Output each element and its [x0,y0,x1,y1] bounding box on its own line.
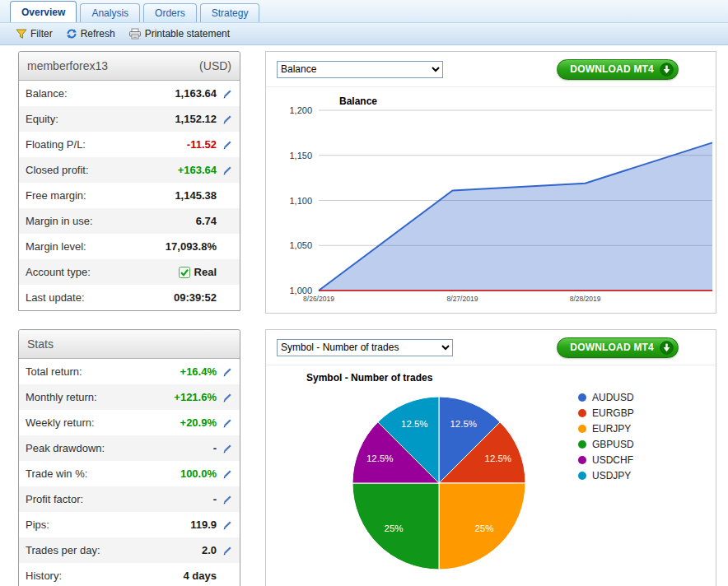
tab-overview[interactable]: Overview [10,1,77,22]
legend-label: USDCHF [592,454,633,466]
row-value: +121.6% [174,391,217,403]
mini-chart-icon[interactable] [217,366,233,378]
legend-bullet [578,456,586,464]
download-mt4-button[interactable]: DOWNLOAD MT4 [557,337,679,358]
row-value: 6.74 [196,215,217,227]
table-row: Peak drawdown: - [19,435,240,461]
balance-chart-select[interactable]: Balance [277,61,443,78]
mini-chart-icon[interactable] [217,545,233,556]
svg-text:1,200: 1,200 [289,105,312,115]
printer-icon [128,28,142,40]
row-value: +16.4% [180,365,217,378]
table-row: Free margin: 1,145.38 [19,183,240,208]
account-name: memberforex13 [27,59,108,72]
svg-text:25%: 25% [385,523,404,533]
download-mt4-button[interactable]: DOWNLOAD MT4 [557,59,679,80]
legend-label: USDJPY [592,470,631,481]
legend-bullet [578,393,586,402]
download-arrow-icon [660,341,674,355]
mini-chart-icon[interactable] [217,468,233,480]
row-value: Real [179,266,217,278]
table-row: Margin in use: 6.74 [19,208,240,234]
mini-chart-icon[interactable] [217,114,233,125]
row-label: Floating P/L: [26,138,187,151]
svg-text:8/26/2019: 8/26/2019 [303,295,334,303]
table-row: Total return: +16.4% [19,359,240,384]
row-value: 1,163.64 [175,87,217,100]
row-label: Margin level: [26,240,166,253]
symbol-pie-panel: Symbol - Number of trades DOWNLOAD MT4 S… [265,329,716,586]
tab-analysis[interactable]: Analysis [80,3,140,22]
row-label: Weekly return: [26,416,180,429]
refresh-button[interactable]: Refresh [62,26,119,41]
legend-item: GBPUSD [578,436,634,452]
mini-chart-icon[interactable] [217,443,233,454]
legend-item: AUDUSD [578,389,634,405]
download-arrow-icon [660,63,674,77]
row-label: Peak drawdown: [26,442,213,454]
row-label: Monthly return: [26,391,174,403]
printable-statement-button[interactable]: Printable statement [124,26,234,41]
svg-text:1,150: 1,150 [289,151,312,160]
symbol-chart-select[interactable]: Symbol - Number of trades [277,339,453,356]
account-type-value: Real [194,266,217,278]
row-value: 2.0 [202,544,217,556]
account-rows: Balance: 1,163.64 Equity: 1,152.12 Float… [19,81,240,310]
table-row: Account type: Real [19,259,240,285]
row-value: 119.9 [190,519,217,531]
legend-bullet [578,472,586,480]
row-value: 100.0% [180,467,217,480]
legend-item: EURGBP [578,405,634,421]
legend-item: USDJPY [578,467,634,483]
tab-strategy[interactable]: Strategy [200,3,260,22]
filter-button[interactable]: Filter [12,26,57,41]
svg-text:12.5%: 12.5% [484,453,511,463]
svg-text:12.5%: 12.5% [366,453,394,463]
row-label: History: [26,570,184,582]
legend-label: EURGBP [592,407,634,419]
table-row: Margin level: 17,093.8% [19,234,240,259]
table-row: Trades per day: 2.0 [19,537,240,563]
row-value: 1,152.12 [175,113,217,125]
row-label: Total return: [26,365,180,378]
filter-icon [16,28,27,40]
svg-text:1,050: 1,050 [289,240,312,250]
legend-label: EURJPY [592,423,631,435]
row-label: Closed profit: [26,164,178,176]
legend-label: GBPUSD [592,439,634,450]
table-row: Balance: 1,163.64 [19,81,240,106]
account-panel: memberforex13 (USD) Balance: 1,163.64 Eq… [18,51,240,311]
filter-label: Filter [30,28,53,40]
mini-chart-icon[interactable] [217,88,233,100]
table-row: Equity: 1,152.12 [19,106,240,132]
table-row: Pips: 119.9 [19,512,240,537]
download-mt4-label: DOWNLOAD MT4 [570,63,654,75]
legend-item: EURJPY [578,421,634,436]
tab-orders[interactable]: Orders [143,3,197,22]
mini-chart-icon[interactable] [217,417,233,429]
row-label: Account type: [26,266,179,278]
row-value: 4 days [184,570,217,582]
svg-text:8/28/2019: 8/28/2019 [570,295,601,303]
pie-legend: AUDUSD EURGBP EURJPY GBPUSD USDCHF USDJP… [578,389,634,483]
mini-chart-icon[interactable] [217,519,233,531]
refresh-label: Refresh [81,28,115,40]
row-label: Trades per day: [26,544,202,556]
row-label: Profit factor: [26,493,213,505]
legend-bullet [578,425,586,433]
mini-chart-icon[interactable] [217,494,233,505]
mini-chart-icon[interactable] [217,165,233,176]
stats-rows: Total return: +16.4% Monthly return: +12… [19,359,240,586]
balance-chart-panel: Balance DOWNLOAD MT4 Balance 1,0001,0501… [265,51,716,314]
tab-strip: Overview Analysis Orders Strategy [10,1,259,22]
legend-item: USDCHF [578,452,634,467]
row-label: Equity: [26,113,175,125]
table-row: Profit factor: - [19,486,240,512]
mini-chart-icon[interactable] [217,392,233,403]
row-value: 09:39:52 [174,291,217,304]
checkbox-checked-icon [179,267,190,278]
symbol-panel-toolbar: Symbol - Number of trades DOWNLOAD MT4 [266,330,716,365]
row-label: Margin in use: [26,215,196,227]
row-value: +163.64 [178,164,217,176]
mini-chart-icon[interactable] [217,139,233,151]
